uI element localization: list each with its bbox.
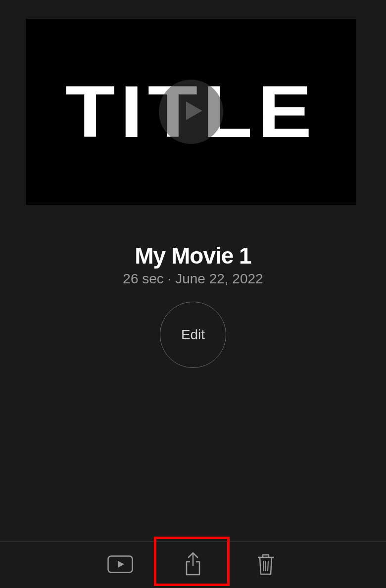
title-block: My Movie 1 26 sec · June 22, 2022	[0, 242, 386, 287]
video-thumbnail[interactable]: TITLE	[26, 19, 356, 205]
bottom-toolbar	[0, 542, 386, 588]
app-root: TITLE My Movie 1 26 sec · June 22, 2022 …	[0, 0, 386, 588]
share-button[interactable]	[180, 552, 206, 578]
play-overlay-button[interactable]	[159, 80, 223, 144]
meta-separator: ·	[168, 271, 176, 286]
movie-duration: 26 sec	[123, 271, 164, 286]
delete-button[interactable]	[253, 552, 279, 578]
play-button[interactable]	[107, 552, 133, 578]
trash-icon	[256, 553, 275, 577]
play-rect-icon	[107, 555, 133, 575]
share-icon	[183, 552, 203, 578]
play-icon	[175, 97, 207, 127]
edit-button[interactable]: Edit	[160, 302, 226, 368]
movie-date: June 22, 2022	[175, 271, 263, 286]
toolbar-inner	[107, 552, 279, 578]
movie-meta: 26 sec · June 22, 2022	[0, 271, 386, 287]
movie-title: My Movie 1	[0, 242, 386, 269]
